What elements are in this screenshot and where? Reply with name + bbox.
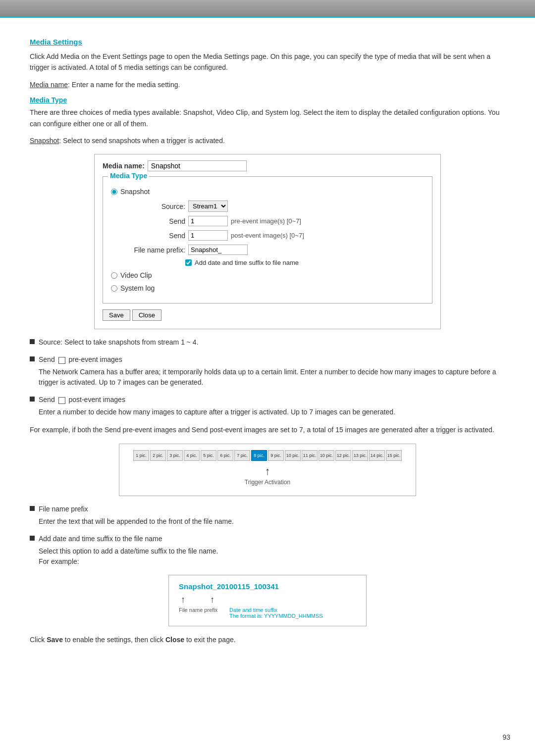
filename-box: Snapshot_20100115_100341 ↑ ↑ File name p… <box>168 575 367 626</box>
media-name-underline: Media name <box>30 81 68 89</box>
media-type-desc: There are three choices of media types a… <box>30 107 505 129</box>
filename-example-text: Snapshot_20100115_100341 <box>179 582 356 591</box>
pic-cell: 1 pic. <box>133 450 149 461</box>
snapshot-underline: Snapshot <box>30 137 59 145</box>
send-post-input[interactable] <box>188 230 228 241</box>
media-type-group: Media Type Snapshot Source: Stream1 Stre… <box>103 176 432 303</box>
date-suffix-bullet-section: Add date and time suffix to the file nam… <box>30 534 505 567</box>
video-clip-radio-row: Video Clip <box>111 271 424 279</box>
send-post-label: Send <box>126 232 185 240</box>
footer-text-before: Click <box>30 636 47 644</box>
page-number: 93 <box>502 733 510 741</box>
for-example-label: For example: <box>39 557 79 565</box>
footer-paragraph: Click Save to enable the settings, then … <box>30 634 505 645</box>
filename-label3: The format is: YYYYMMDD_HHMMSS <box>229 613 323 619</box>
date-suffix-checkbox-label: Add date and time suffix to file name <box>195 259 299 266</box>
arrow1-icon: ↑ <box>181 595 185 605</box>
media-name-desc: Media name: Enter a name for the media s… <box>30 79 505 90</box>
bullet-icon <box>30 339 35 344</box>
pic-cell: 6 pic. <box>217 450 233 461</box>
pic-cell: 8 pic. <box>251 450 267 461</box>
snapshot-desc-text: Select to send snapshots when a trigger … <box>63 137 225 145</box>
bullet-icon-5 <box>30 536 35 541</box>
intro-paragraph: Click Add Media on the Event Settings pa… <box>30 51 505 73</box>
date-suffix-bullet-text: Add date and time suffix to the file nam… <box>39 534 162 544</box>
media-name-input[interactable] <box>148 160 247 171</box>
trigger-arrow-icon: ↑ <box>124 465 411 478</box>
date-suffix-bullet-detail: Select this option to add a date/time su… <box>39 546 505 567</box>
snapshot-radio[interactable] <box>111 189 117 195</box>
system-log-label: System log <box>120 284 155 292</box>
send-pre-label: Send <box>126 217 185 225</box>
snapshot-radio-label: Snapshot <box>120 188 150 196</box>
media-name-desc-text: Enter a name for the media setting. <box>72 81 180 89</box>
send-pre-desc: pre-event image(s) [0~7] <box>231 217 301 225</box>
pic-cell: 11 pic. <box>302 450 318 461</box>
source-bullet-section: Source: Select to take snapshots from st… <box>30 337 505 348</box>
filename-label2: Date and time suffix <box>229 607 277 613</box>
file-prefix-bullet-detail: Enter the text that will be appended to … <box>39 516 505 527</box>
post-event-bullet-section: Send post-event images Enter a number to… <box>30 395 505 417</box>
send-post-desc: post-event image(s) [0~7] <box>231 232 304 239</box>
footer-middle: to enable the settings, then click <box>63 636 165 644</box>
pre-event-bullet-detail: The Network Camera has a buffer area; it… <box>39 367 505 388</box>
media-name-label: Media name: <box>103 162 145 170</box>
pic-cell: 2 pic. <box>150 450 166 461</box>
footer-after: to exit the page. <box>184 636 236 644</box>
trigger-label: Trigger Activation <box>124 479 411 486</box>
post-event-bullet-title: Send post-event images <box>39 395 125 405</box>
send-pre-row: Send pre-event image(s) [0~7] <box>126 216 424 226</box>
video-clip-label: Video Clip <box>120 271 152 279</box>
example-paragraph: For example, if both the Send pre-event … <box>30 424 505 435</box>
pic-cell: 9 pic. <box>268 450 284 461</box>
media-type-legend: Media Type <box>108 172 149 180</box>
top-bar <box>0 0 535 18</box>
source-label: Source: <box>126 202 185 210</box>
send-pre-input[interactable] <box>188 216 228 226</box>
snapshot-radio-row: Snapshot <box>111 188 424 196</box>
post-event-bullet-detail: Enter a number to decide how many images… <box>39 407 505 417</box>
media-name-row: Media name: <box>103 160 432 171</box>
bullet-icon-2 <box>30 356 35 361</box>
close-button[interactable]: Close <box>132 309 161 321</box>
pic-cell: 13 pic. <box>352 450 368 461</box>
date-suffix-checkbox[interactable] <box>185 259 192 266</box>
bullet-icon-4 <box>30 506 35 511</box>
pre-event-bullet-title: Send pre-event images <box>39 354 122 365</box>
system-log-radio-row: System log <box>111 284 424 292</box>
pic-cell: 5 pic. <box>201 450 216 461</box>
date-suffix-select-text: Select this option to add a date/time su… <box>39 547 218 555</box>
date-suffix-checkbox-row: Add date and time suffix to file name <box>185 259 424 266</box>
save-button[interactable]: Save <box>103 309 130 321</box>
pic-cell: 10 pic. <box>285 450 301 461</box>
post-event-bullet: Send post-event images <box>30 395 505 405</box>
pic-cell: 10 pic. <box>319 450 334 461</box>
arrow2-icon: ↑ <box>210 595 214 605</box>
main-content: Media Settings Click Add Media on the Ev… <box>0 18 535 681</box>
snapshot-desc: Snapshot: Select to send snapshots when … <box>30 135 505 146</box>
source-select[interactable]: Stream1 Stream2 Stream3 Stream4 <box>188 201 228 212</box>
settings-box: Media name: Media Type Snapshot Source: … <box>94 154 441 329</box>
file-prefix-input[interactable] <box>188 245 248 255</box>
trigger-diagram: 1 pic.2 pic.3 pic.4 pic.5 pic.6 pic.7 pi… <box>119 444 416 496</box>
pic-cell: 7 pic. <box>234 450 250 461</box>
media-type-title: Media Type <box>30 96 505 104</box>
pic-cell: 15 pic. <box>386 450 402 461</box>
pre-event-bullet: Send pre-event images <box>30 354 505 365</box>
system-log-radio[interactable] <box>111 285 117 292</box>
pic-cell: 12 pic. <box>335 450 351 461</box>
file-prefix-bullet-section: File name prefix Enter the text that wil… <box>30 504 505 527</box>
pic-cell: 14 pic. <box>369 450 385 461</box>
footer-close-text: Close <box>165 636 184 644</box>
date-suffix-bullet: Add date and time suffix to the file nam… <box>30 534 505 544</box>
bullet-icon-3 <box>30 397 35 402</box>
video-clip-radio[interactable] <box>111 272 117 279</box>
btn-row: Save Close <box>103 309 432 321</box>
media-settings-title: Media Settings <box>30 38 505 46</box>
snapshot-options: Source: Stream1 Stream2 Stream3 Stream4 … <box>126 201 424 266</box>
file-prefix-row: File name prefix: <box>126 245 424 255</box>
source-bullet: Source: Select to take snapshots from st… <box>30 337 505 348</box>
file-prefix-bullet: File name prefix <box>30 504 505 514</box>
file-prefix-label: File name prefix: <box>126 246 185 254</box>
pic-row: 1 pic.2 pic.3 pic.4 pic.5 pic.6 pic.7 pi… <box>124 450 411 461</box>
